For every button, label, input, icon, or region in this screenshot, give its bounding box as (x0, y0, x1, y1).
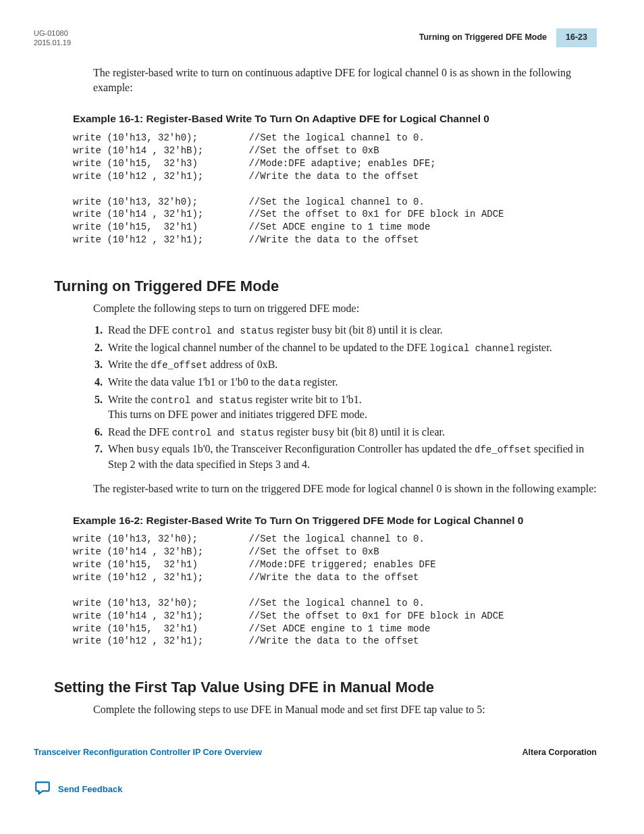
section-heading-first-tap: Setting the First Tap Value Using DFE in… (54, 677, 597, 698)
step-1: Read the DFE control and status register… (105, 323, 597, 338)
step-4: Write the data value 1'b1 or 1'b0 to the… (105, 375, 597, 390)
send-feedback-link[interactable]: Send Feedback (34, 779, 597, 800)
doc-date: 2015.01.19 (34, 38, 71, 47)
step-7: When busy equals 1b'0, the Transceiver R… (105, 442, 597, 472)
section1-outro: The register-based write to turn on the … (93, 481, 597, 496)
doc-id: UG-01080 (34, 28, 71, 38)
step-2: Write the logical channel number of the … (105, 340, 597, 356)
page-number: 16-23 (556, 28, 597, 47)
example-1-title: Example 16-1: Register-Based Write To Tu… (73, 111, 597, 126)
section-heading-triggered-dfe: Turning on Triggered DFE Mode (54, 276, 597, 297)
step-3: Write the dfe_offset address of 0xB. (105, 357, 597, 373)
section1-steps: Read the DFE control and status register… (93, 323, 597, 472)
running-header: Turning on Triggered DFE Mode 16-23 (417, 28, 597, 47)
intro-paragraph: The register-based write to turn on cont… (93, 66, 597, 96)
section2-intro: Complete the following steps to use DFE … (93, 702, 597, 717)
feedback-icon (34, 779, 51, 800)
page-header: UG-01080 2015.01.19 Turning on Triggered… (34, 28, 597, 48)
footer-link[interactable]: Transceiver Reconfiguration Controller I… (34, 747, 262, 759)
doc-id-block: UG-01080 2015.01.19 (34, 28, 71, 48)
feedback-label: Send Feedback (58, 783, 122, 796)
example-2-code: write (10'h13, 32'h0); //Set the logical… (73, 533, 597, 648)
example-2-title: Example 16-2: Register-Based Write To Tu… (73, 513, 597, 528)
step-5: Write the control and status register wr… (105, 392, 597, 423)
example-1-code: write (10'h13, 32'h0); //Set the logical… (73, 132, 597, 246)
footer-corporation: Altera Corporation (522, 747, 597, 759)
section1-intro: Complete the following steps to turn on … (93, 301, 597, 316)
page-footer: Transceiver Reconfiguration Controller I… (34, 747, 597, 800)
step-6: Read the DFE control and status register… (105, 425, 597, 440)
running-title: Turning on Triggered DFE Mode (417, 28, 556, 47)
